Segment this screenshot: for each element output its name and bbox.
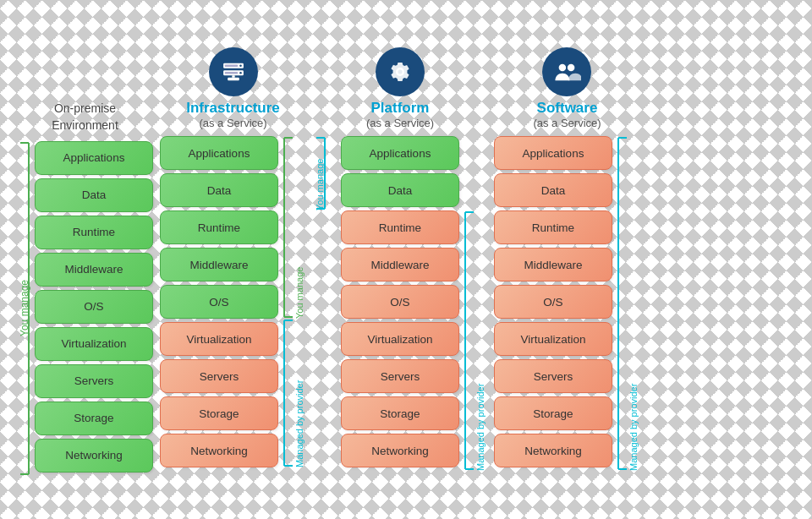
svg-point-23 bbox=[559, 64, 567, 72]
list-item: Middleware bbox=[35, 253, 153, 287]
list-item: Applications bbox=[35, 141, 153, 175]
list-item: Virtualization bbox=[160, 322, 278, 356]
list-item: O/S bbox=[494, 285, 612, 319]
list-item: Data bbox=[35, 178, 153, 212]
managed-by-provider-label-paas: Managed by provider bbox=[475, 210, 486, 471]
list-item: O/S bbox=[35, 290, 153, 324]
paas-title: Platform bbox=[371, 100, 430, 117]
column-on-premise: On-premiseEnvironment You manage Applica… bbox=[17, 43, 153, 475]
saas-stack: Applications Data Runtime Middleware O/S… bbox=[494, 136, 612, 471]
on-premise-stack: Applications Data Runtime Middleware O/S… bbox=[35, 141, 153, 476]
list-item: Runtime bbox=[341, 210, 459, 244]
svg-rect-9 bbox=[228, 78, 239, 80]
svg-rect-10 bbox=[232, 75, 234, 78]
gear-icon bbox=[386, 57, 414, 86]
iaas-header: Infrastructure (as a Service) bbox=[186, 43, 280, 136]
list-item: Storage bbox=[341, 396, 459, 430]
on-premise-title: On-premiseEnvironment bbox=[52, 92, 118, 134]
list-item: Storage bbox=[160, 396, 278, 430]
svg-point-24 bbox=[568, 64, 575, 72]
list-item: Middleware bbox=[341, 248, 459, 281]
iaas-title: Infrastructure bbox=[186, 100, 280, 117]
list-item: Virtualization bbox=[35, 327, 153, 361]
server-icon bbox=[219, 57, 248, 86]
saas-icon-circle bbox=[542, 47, 591, 96]
column-iaas: Infrastructure (as a Service) Applicatio… bbox=[160, 43, 306, 467]
saas-title: Software bbox=[537, 100, 598, 117]
list-item: Networking bbox=[35, 439, 153, 473]
list-item: Runtime bbox=[494, 210, 612, 244]
paas-header: Platform (as a Service) bbox=[366, 43, 434, 136]
iaas-stack-wrapper: Applications Data Runtime Middleware O/S… bbox=[160, 136, 306, 467]
iaas-stack: Applications Data Runtime Middleware O/S… bbox=[160, 136, 278, 467]
you-manage-label-onpremise: You manage bbox=[19, 280, 30, 336]
paas-stack-wrapper: You manage Applications Data Runtime Mid… bbox=[313, 136, 487, 471]
list-item: Middleware bbox=[160, 248, 278, 281]
saas-stack-wrapper: Applications Data Runtime Middleware O/S… bbox=[494, 136, 640, 471]
list-item: Virtualization bbox=[341, 322, 459, 356]
saas-header: Software (as a Service) bbox=[533, 43, 601, 136]
svg-rect-7 bbox=[224, 65, 237, 68]
list-item: Servers bbox=[160, 359, 278, 393]
svg-point-5 bbox=[239, 65, 242, 68]
people-icon bbox=[552, 57, 581, 86]
paas-subtitle: (as a Service) bbox=[366, 117, 434, 129]
list-item: O/S bbox=[160, 285, 278, 319]
list-item: Applications bbox=[160, 136, 278, 170]
list-item: Data bbox=[160, 173, 278, 207]
list-item: Storage bbox=[35, 402, 153, 435]
column-paas: Platform (as a Service) You manage Appli… bbox=[313, 43, 487, 471]
list-item: Data bbox=[341, 173, 459, 207]
managed-by-provider-label-saas: Managed by provider bbox=[628, 136, 639, 471]
list-item: Applications bbox=[341, 136, 459, 170]
iaas-icon-circle bbox=[209, 47, 258, 96]
on-premise-header: On-premiseEnvironment bbox=[52, 43, 118, 140]
list-item: Middleware bbox=[494, 248, 612, 281]
column-saas: Software (as a Service) Applications Dat… bbox=[494, 43, 640, 471]
paas-stack: Applications Data Runtime Middleware O/S… bbox=[341, 136, 459, 471]
svg-rect-8 bbox=[224, 72, 237, 74]
on-premise-stack-wrapper: You manage Applications Data Runtime Mid… bbox=[17, 141, 153, 476]
saas-subtitle: (as a Service) bbox=[533, 117, 601, 129]
list-item: Servers bbox=[494, 359, 612, 393]
list-item: Servers bbox=[341, 359, 459, 393]
svg-point-6 bbox=[239, 72, 242, 74]
main-container: On-premiseEnvironment You manage Applica… bbox=[0, 35, 812, 483]
list-item: O/S bbox=[341, 285, 459, 319]
you-manage-label-paas: You manage bbox=[315, 136, 325, 210]
list-item: Runtime bbox=[35, 216, 153, 249]
list-item: Networking bbox=[160, 434, 278, 467]
managed-by-provider-label-iaas: Managed by provider bbox=[294, 319, 304, 467]
you-manage-label-iaas: You manage bbox=[294, 136, 304, 319]
list-item: Applications bbox=[494, 136, 612, 170]
list-item: Servers bbox=[35, 364, 153, 398]
list-item: Networking bbox=[494, 434, 612, 467]
list-item: Virtualization bbox=[494, 322, 612, 356]
list-item: Networking bbox=[341, 434, 459, 467]
list-item: Runtime bbox=[160, 210, 278, 244]
iaas-subtitle: (as a Service) bbox=[199, 117, 266, 129]
list-item: Storage bbox=[494, 396, 612, 430]
list-item: Data bbox=[494, 173, 612, 207]
paas-icon-circle bbox=[376, 47, 425, 96]
